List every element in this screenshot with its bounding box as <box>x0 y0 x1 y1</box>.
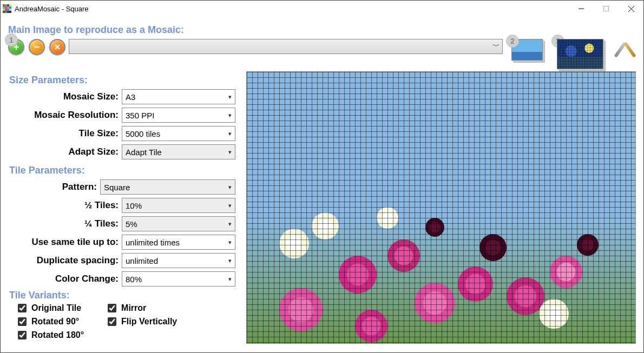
use-same-combo[interactable]: unlimited times▾ <box>122 235 235 250</box>
resolution-label: Mosaic Resolution: <box>8 110 122 121</box>
mirror-checkbox[interactable]: Mirror <box>106 302 177 314</box>
app-window: AndreaMosaic - Square Main Image to repr… <box>0 0 644 353</box>
adapt-size-label: Adapt Size: <box>8 146 122 157</box>
titlebar: AndreaMosaic - Square <box>1 1 643 17</box>
create-mosaic-button[interactable] <box>557 39 603 69</box>
close-button[interactable] <box>619 1 643 17</box>
flip-vertically-checkbox[interactable]: Flip Vertically <box>106 316 177 328</box>
remove-image-button[interactable]: − <box>29 39 45 55</box>
half-tiles-label: ½ Tiles: <box>8 200 122 211</box>
chevron-down-icon: ▾ <box>228 202 232 209</box>
app-icon <box>3 4 11 13</box>
chevron-down-icon: ▾ <box>228 184 232 191</box>
maximize-button <box>594 1 619 17</box>
chevron-down-icon: ﹀ <box>492 42 500 51</box>
main-image-combo[interactable]: ﹀ <box>69 39 503 54</box>
resolution-combo[interactable]: 350 PPI▾ <box>122 108 235 123</box>
color-change-combo[interactable]: 80%▾ <box>122 271 235 287</box>
window-controls <box>569 1 643 17</box>
clear-images-button[interactable]: × <box>49 39 65 55</box>
mosaic-size-label: Mosaic Size: <box>8 91 122 102</box>
dup-spacing-label: Duplicate spacing: <box>8 255 122 266</box>
step-1-badge: 1 <box>5 34 18 46</box>
quarter-tiles-label: ¼ Tiles: <box>8 218 122 229</box>
tile-variants-label: Tile Variants: <box>9 290 235 301</box>
chevron-down-icon: ▾ <box>228 239 232 246</box>
half-tiles-combo[interactable]: 10%▾ <box>122 198 235 213</box>
chevron-down-icon: ▾ <box>228 221 232 228</box>
color-change-label: Color Change: <box>8 274 122 284</box>
chevron-down-icon: ▾ <box>228 149 232 156</box>
tile-size-combo[interactable]: 5000 tiles▾ <box>122 126 235 141</box>
chevron-down-icon: ▾ <box>228 112 232 119</box>
quarter-tiles-combo[interactable]: 5%▾ <box>122 216 235 231</box>
tile-size-label: Tile Size: <box>8 128 122 139</box>
original-tile-checkbox[interactable]: Original Tile <box>16 302 84 314</box>
dup-spacing-combo[interactable]: unlimited▾ <box>122 253 235 268</box>
use-same-label: Use same tile up to: <box>8 237 122 248</box>
window-title: AndreaMosaic - Square <box>15 5 89 13</box>
tile-parameters-label: Tile Parameters: <box>9 165 235 176</box>
tools-icon[interactable] <box>614 39 636 61</box>
pattern-combo[interactable]: Square▾ <box>100 179 235 195</box>
minimize-button[interactable] <box>569 1 594 17</box>
parameters-panel: Size Parameters: Mosaic Size: A3▾ Mosaic… <box>8 71 235 344</box>
step-2-badge: 2 <box>506 35 519 48</box>
chevron-down-icon: ▾ <box>228 257 232 264</box>
svg-rect-1 <box>604 6 609 11</box>
rotated-90-checkbox[interactable]: Rotated 90° <box>16 316 84 328</box>
adapt-size-combo[interactable]: Adapt Tile▾ <box>122 144 235 159</box>
chevron-down-icon: ▾ <box>228 94 232 101</box>
size-parameters-label: Size Parameters: <box>9 75 235 86</box>
mosaic-size-combo[interactable]: A3▾ <box>122 89 235 104</box>
chevron-down-icon: ▾ <box>228 130 232 137</box>
tile-variants-group: Original Tile Rotated 90° Rotated 180° M… <box>16 302 235 341</box>
mosaic-preview <box>246 71 636 344</box>
chevron-down-icon: ▾ <box>228 276 232 283</box>
main-image-label: Main Image to reproduce as a Mosaic: <box>8 24 636 36</box>
content-area: Main Image to reproduce as a Mosaic: 1 +… <box>1 17 643 352</box>
top-toolbar: 1 + − × ﹀ 2 3 <box>8 39 636 69</box>
pattern-label: Pattern: <box>8 182 100 192</box>
rotated-180-checkbox[interactable]: Rotated 180° <box>16 329 84 341</box>
